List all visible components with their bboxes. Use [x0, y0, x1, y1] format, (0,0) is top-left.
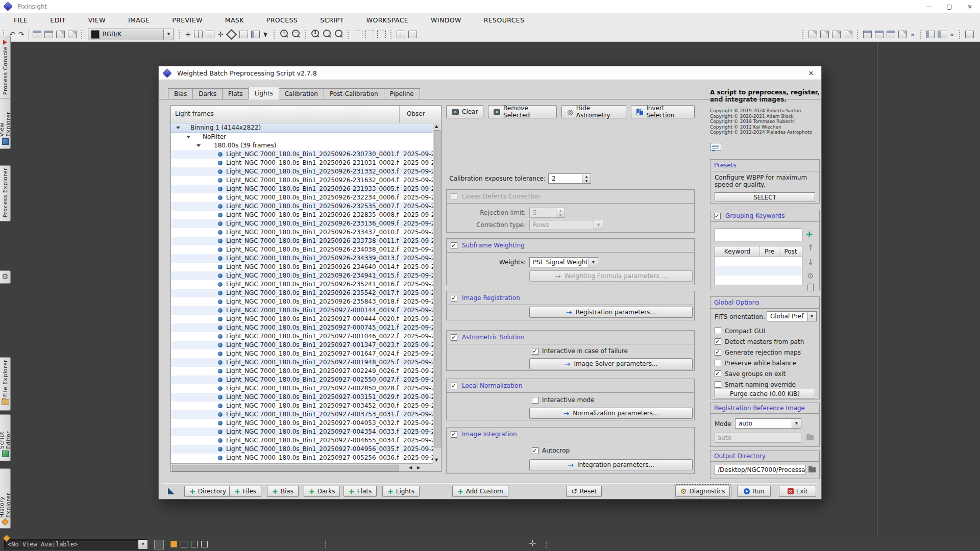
maximize-button[interactable]: ▢ [939, 0, 960, 13]
light-frame-row[interactable]: Light_NGC 7000_180.0s_Bin1_20250927-0004… [171, 315, 433, 323]
dock-tab-view-explorer[interactable]: View Explorer [0, 98, 11, 149]
chevron-down-icon[interactable]: ▼ [138, 540, 148, 549]
zoom-1-1-icon[interactable]: 1 [311, 30, 319, 37]
add-custom-button[interactable]: + Add Custom [452, 486, 508, 497]
edit-preview-icon[interactable] [365, 31, 374, 38]
dock-tab-script-editor[interactable]: Script Editor [0, 414, 11, 461]
menu-item[interactable]: WINDOW [431, 16, 461, 24]
grouping-keywords-checkbox[interactable] [714, 213, 721, 219]
light-frame-row[interactable]: Light_NGC 7000_180.0s_Bin1_20250927-0052… [171, 454, 433, 462]
dock-tab-history-explorer[interactable]: History Explorer [0, 468, 11, 529]
menu-item[interactable]: PROCESS [266, 16, 298, 24]
add-lights-button[interactable]: + Lights [382, 486, 420, 497]
toolbar-grip[interactable] [347, 30, 350, 39]
menu-item[interactable]: RESOURCES [484, 16, 525, 24]
process-icon-1[interactable] [808, 31, 817, 38]
tree-vertical-scrollbar[interactable]: ▲ ▼ [433, 123, 441, 463]
zoom-out-icon[interactable]: − [292, 30, 300, 37]
remove-selected-button[interactable]: × Remove Selected [488, 105, 557, 118]
light-frame-row[interactable]: Light_NGC 7000_180.0s_Bin1_20250926-2334… [171, 228, 433, 237]
center-view-icon[interactable]: ✛ [217, 31, 224, 38]
light-frame-row[interactable]: Light_NGC 7000_180.0s_Bin1_20250926-2322… [171, 193, 433, 202]
workspace-3-icon[interactable] [191, 541, 198, 547]
autocrop-checkbox[interactable] [532, 447, 538, 454]
keyword-table-body[interactable] [715, 257, 802, 285]
local-normalization-checkbox[interactable] [451, 383, 457, 389]
process-icon-2[interactable] [820, 31, 829, 38]
expand-window-icon[interactable] [194, 31, 203, 38]
toolbar-grip[interactable] [802, 30, 804, 39]
normalization-parameters-button[interactable]: → Normalization parameters... [529, 408, 693, 419]
zoom-in-icon[interactable]: + [280, 30, 288, 37]
dock-tab-file-explorer[interactable]: File Explorer [0, 357, 11, 411]
anchor-tool-icon[interactable] [226, 29, 237, 39]
zoom-fit-icon[interactable] [323, 30, 331, 37]
tab-lights[interactable]: Lights [248, 87, 279, 99]
tree-group-filter[interactable]: NoFilter [171, 133, 433, 141]
column-keyword[interactable]: Keyword [715, 246, 760, 257]
toolbar-grip[interactable] [178, 30, 181, 39]
presets-select-button[interactable]: SELECT [715, 192, 815, 202]
menu-item[interactable]: SCRIPT [320, 16, 344, 24]
minimize-button[interactable]: — [919, 0, 939, 13]
duplicate-image-icon[interactable] [44, 31, 53, 38]
toolbar-grip[interactable] [273, 30, 276, 39]
process-icon-4[interactable] [844, 31, 852, 38]
light-frame-row[interactable]: Light_NGC 7000_180.0s_Bin1_20250927-0031… [171, 393, 433, 402]
move-keyword-down-icon[interactable]: ↓ [805, 258, 816, 266]
light-frame-row[interactable]: Light_NGC 7000_180.0s_Bin1_20250926-2313… [171, 167, 433, 176]
registration-parameters-button[interactable]: → Registration parameters... [529, 307, 693, 318]
tree-group-exposure[interactable]: 180.00s (39 frames) [171, 141, 433, 150]
chevron-down-icon[interactable]: ▼ [792, 419, 801, 428]
light-frame-row[interactable]: Light_NGC 7000_180.0s_Bin1_20250926-2343… [171, 254, 433, 263]
channel-selector[interactable]: RGB/K ▼ [88, 29, 174, 40]
light-frame-row[interactable]: Light_NGC 7000_180.0s_Bin1_20250927-0001… [171, 306, 433, 315]
light-frame-row[interactable]: Light_NGC 7000_180.0s_Bin1_20250926-2355… [171, 289, 433, 297]
delete-keyword-trash-icon[interactable] [805, 284, 816, 293]
light-frame-row[interactable]: Light_NGC 7000_180.0s_Bin1_20250926-2331… [171, 219, 433, 228]
light-frame-row[interactable]: Light_NGC 7000_180.0s_Bin1_20250927-0049… [171, 445, 433, 454]
dock-tab-process-explorer[interactable]: Process Explorer [0, 165, 11, 221]
light-frame-row[interactable]: Light_NGC 7000_180.0s_Bin1_20250926-2337… [171, 237, 433, 245]
chevron-down-icon[interactable]: ▼ [163, 29, 173, 40]
release-notes-icon[interactable] [710, 143, 721, 151]
weights-dropdown[interactable]: PSF Signal Weight ▼ [529, 257, 598, 267]
menu-item[interactable]: VIEW [88, 16, 106, 24]
monitor-icon[interactable] [965, 31, 974, 38]
light-frame-row[interactable]: Light_NGC 7000_180.0s_Bin1_20250926-2316… [171, 176, 433, 185]
light-frame-row[interactable]: Light_NGC 7000_180.0s_Bin1_20250927-0013… [171, 341, 433, 349]
run-button[interactable]: Run [737, 486, 771, 497]
dock-tab-settings[interactable]: ⚙ [0, 270, 11, 284]
explorer-panel-icon[interactable] [926, 31, 935, 38]
scroll-down-icon[interactable]: ▼ [435, 458, 438, 462]
move-keyword-up-icon[interactable]: ↑ [805, 244, 816, 252]
global-option-checkbox[interactable] [715, 338, 721, 345]
add-flats-button[interactable]: + Flats [344, 486, 377, 497]
light-frame-row[interactable]: Light_NGC 7000_180.0s_Bin1_20250927-0034… [171, 402, 433, 410]
light-frame-row[interactable]: Light_NGC 7000_180.0s_Bin1_20250926-2352… [171, 280, 433, 289]
light-frame-row[interactable]: Light_NGC 7000_180.0s_Bin1_20250927-0040… [171, 419, 433, 428]
browse-folder-icon[interactable] [806, 435, 814, 440]
astrometric-solution-checkbox[interactable] [451, 334, 457, 341]
spin-arrows-icon[interactable]: ▲▼ [582, 174, 591, 183]
toolbar-overflow-chevron[interactable]: » [950, 31, 954, 38]
tree-header[interactable]: Light frames Obser [171, 106, 441, 123]
tree-group-binning[interactable]: Binning 1 (4144x2822) [171, 123, 433, 133]
light-frame-row[interactable]: Light_NGC 7000_180.0s_Bin1_20250927-0037… [171, 410, 433, 419]
workspace-1-active-icon[interactable] [170, 541, 177, 547]
keyword-settings-gear-icon[interactable]: ⚙ [805, 272, 816, 280]
toolbar-grip[interactable] [856, 30, 859, 39]
chevron-down-icon[interactable]: ▼ [807, 312, 816, 321]
linear-defects-checkbox[interactable] [451, 193, 457, 200]
light-frame-row[interactable]: Light_NGC 7000_180.0s_Bin1_20250927-0028… [171, 384, 433, 393]
light-frame-row[interactable]: Light_NGC 7000_180.0s_Bin1_20250927-0007… [171, 323, 433, 332]
statusbar-grip[interactable] [325, 540, 327, 548]
interactive-failure-checkbox[interactable] [532, 348, 538, 355]
new-image-icon[interactable] [33, 31, 41, 38]
script-icon-4[interactable] [898, 31, 907, 38]
workspace-2-icon[interactable] [181, 541, 187, 547]
toolbar-grip[interactable] [81, 30, 83, 39]
scroll-left-icon[interactable]: ◀ [409, 465, 412, 470]
light-frame-row[interactable]: Light_NGC 7000_180.0s_Bin1_20250926-2310… [171, 159, 433, 167]
global-option-checkbox[interactable] [715, 360, 721, 366]
